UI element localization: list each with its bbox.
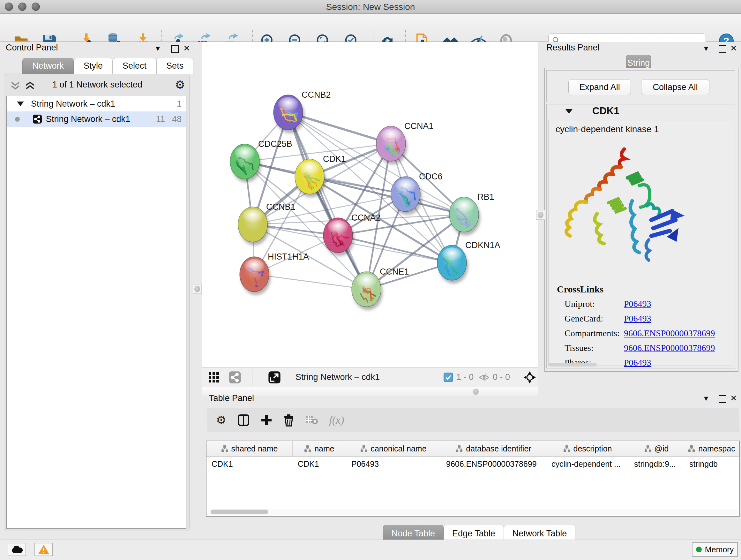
results-panel-menu-icon[interactable]: ▾ bbox=[704, 44, 708, 52]
tab-network[interactable]: Network bbox=[22, 58, 74, 74]
cdk1-collapse-caret[interactable] bbox=[565, 109, 572, 114]
network-collection-row[interactable]: String Network – cdk1 1 bbox=[7, 96, 186, 111]
tab-select[interactable]: Select bbox=[113, 58, 156, 74]
results-panel-title: Results Panel bbox=[546, 43, 600, 53]
warnings-button[interactable] bbox=[35, 543, 53, 556]
crosslink-link[interactable]: 9606.ENSP00000378699 bbox=[624, 328, 715, 338]
network-node-CCNA2[interactable] bbox=[323, 218, 354, 256]
table-cell: stringdb:9... bbox=[629, 456, 684, 471]
navbar-separator bbox=[252, 369, 253, 385]
table-panel-float-icon[interactable] bbox=[719, 395, 726, 403]
cloud-icon bbox=[11, 545, 23, 554]
table-panel-menu-icon[interactable]: ▾ bbox=[704, 394, 708, 402]
network-node-CDC25B[interactable] bbox=[230, 144, 261, 182]
crosslink-label: Uniprot: bbox=[564, 299, 624, 309]
table-hscrollbar-thumb[interactable] bbox=[211, 509, 268, 514]
right-splitter-handle[interactable] bbox=[536, 210, 545, 220]
network-view-button[interactable] bbox=[228, 371, 241, 385]
cdk1-section-title: CDK1 bbox=[592, 105, 619, 117]
node-label-CCNA2: CCNA2 bbox=[351, 213, 381, 223]
navbar-separator bbox=[519, 369, 519, 385]
network-node-CDK1[interactable] bbox=[295, 159, 326, 197]
crosslink-link[interactable]: 9606.ENSP00000378699 bbox=[624, 343, 715, 353]
detach-view-button[interactable] bbox=[268, 371, 281, 385]
table-cell: CDK1 bbox=[206, 456, 293, 471]
add-column-icon[interactable] bbox=[261, 415, 272, 426]
table-cell: P06493 bbox=[346, 456, 441, 471]
node-label-CDK1: CDK1 bbox=[323, 154, 346, 164]
table-cell: cyclin-dependent ... bbox=[546, 456, 629, 471]
network-node-CDC6[interactable] bbox=[391, 177, 422, 215]
table-hscrollbar[interactable] bbox=[208, 509, 738, 515]
column-header-name[interactable]: name bbox=[293, 441, 346, 456]
node-label-CDKN1A: CDKN1A bbox=[465, 240, 500, 250]
tab-style[interactable]: Style bbox=[74, 58, 113, 74]
birdseye-toggle-button[interactable] bbox=[523, 371, 536, 385]
crosslink-link[interactable]: P06493 bbox=[624, 314, 651, 324]
selected-checkbox-icon[interactable] bbox=[444, 373, 453, 382]
splitter-handle[interactable] bbox=[473, 388, 479, 395]
table-row[interactable]: CDK1CDK1P064939606.ENSP00000378699cyclin… bbox=[206, 456, 739, 471]
control-panel-float-icon[interactable] bbox=[171, 45, 179, 53]
navbar-separator bbox=[286, 369, 286, 385]
node-label-CCNE1: CCNE1 bbox=[380, 267, 409, 276]
network-node-CCNB1[interactable] bbox=[238, 207, 269, 245]
navbar-separator bbox=[473, 369, 473, 385]
control-panel-close-icon[interactable]: ✕ bbox=[183, 44, 190, 52]
network-node-CDKN1A[interactable] bbox=[437, 245, 468, 284]
network-node-HIST1H1A[interactable] bbox=[240, 257, 271, 295]
table-header-row: shared namenamecanonical namedatabase id… bbox=[206, 441, 739, 456]
network-edge-HIST1H1A-CCNE1 bbox=[254, 274, 366, 289]
table-toolbar: ⚙ f(x) bbox=[207, 408, 739, 432]
network-canvas-panel[interactable]: CCNB2CCNA1CDC25BCDK1CDC6RB1CCNB1CCNA2CDK… bbox=[202, 42, 538, 367]
table-panel-close-icon[interactable]: ✕ bbox=[730, 394, 737, 402]
network-share-icon bbox=[32, 114, 42, 124]
crosslink-row: Tissues:9606.ENSP00000378699 bbox=[564, 341, 733, 355]
delete-column-icon[interactable] bbox=[283, 414, 294, 427]
column-header-namespac[interactable]: namespac bbox=[684, 441, 739, 456]
column-header--id[interactable]: @id bbox=[629, 441, 684, 456]
node-label-HIST1H1A: HIST1H1A bbox=[268, 252, 309, 261]
function-builder-icon[interactable]: f(x) bbox=[329, 414, 344, 426]
network-node-RB1[interactable] bbox=[449, 197, 480, 235]
crosslink-label: GeneCard: bbox=[564, 314, 624, 324]
table-panel-title: Table Panel bbox=[209, 393, 254, 403]
network-node-CCNA1[interactable] bbox=[376, 126, 407, 165]
network-node-CCNB2[interactable] bbox=[273, 95, 305, 133]
memory-label: Memory bbox=[705, 545, 734, 554]
protein-description: cyclin-dependent kinase 1 bbox=[556, 124, 733, 134]
results-panel-close-icon[interactable]: ✕ bbox=[730, 44, 737, 52]
column-header-description[interactable]: description bbox=[546, 441, 629, 456]
column-header-canonical-name[interactable]: canonical name bbox=[346, 441, 441, 456]
results-panel-float-icon[interactable] bbox=[719, 45, 726, 53]
table-body: CDK1CDK1P064939606.ENSP00000378699cyclin… bbox=[206, 456, 739, 471]
left-splitter-handle[interactable] bbox=[193, 284, 202, 294]
delete-table-icon[interactable] bbox=[306, 415, 318, 425]
crosslink-link[interactable]: P06493 bbox=[624, 299, 651, 309]
node-label-CDC25B: CDC25B bbox=[258, 139, 292, 149]
cloud-status-button[interactable] bbox=[8, 543, 26, 556]
network-panel-gear-icon[interactable]: ⚙ bbox=[175, 79, 185, 91]
crosslink-link[interactable]: P06493 bbox=[624, 358, 651, 368]
network-graph[interactable]: CCNB2CCNA1CDC25BCDK1CDC6RB1CCNB1CCNA2CDK… bbox=[202, 42, 538, 367]
network-row-selected[interactable]: String Network – cdk1 11 48 bbox=[7, 111, 186, 127]
collection-collapse-caret[interactable] bbox=[17, 102, 24, 106]
memory-button[interactable]: Memory bbox=[692, 542, 738, 557]
tab-sets[interactable]: Sets bbox=[156, 58, 193, 74]
shared-column-icon bbox=[360, 445, 367, 452]
column-header-database-identifier[interactable]: database identifier bbox=[441, 441, 546, 456]
expand-all-button[interactable]: Expand All bbox=[568, 79, 631, 95]
crosslink-row: Uniprot:P06493 bbox=[564, 297, 733, 311]
results-hscrollbar-thumb[interactable] bbox=[549, 363, 597, 367]
crosslink-label: Compartments: bbox=[564, 328, 624, 338]
show-columns-icon[interactable] bbox=[237, 414, 250, 427]
column-header-shared-name[interactable]: shared name bbox=[206, 441, 293, 456]
grid-view-button[interactable] bbox=[208, 372, 219, 384]
table-settings-gear-icon[interactable]: ⚙ bbox=[216, 415, 226, 426]
node-label-RB1: RB1 bbox=[477, 192, 494, 202]
memory-status-dot bbox=[696, 547, 702, 552]
control-panel-menu-icon[interactable]: ▾ bbox=[156, 44, 160, 52]
shared-column-icon bbox=[456, 445, 463, 452]
network-node-CCNE1[interactable] bbox=[352, 272, 383, 310]
collapse-all-button[interactable]: Collapse All bbox=[641, 79, 710, 95]
